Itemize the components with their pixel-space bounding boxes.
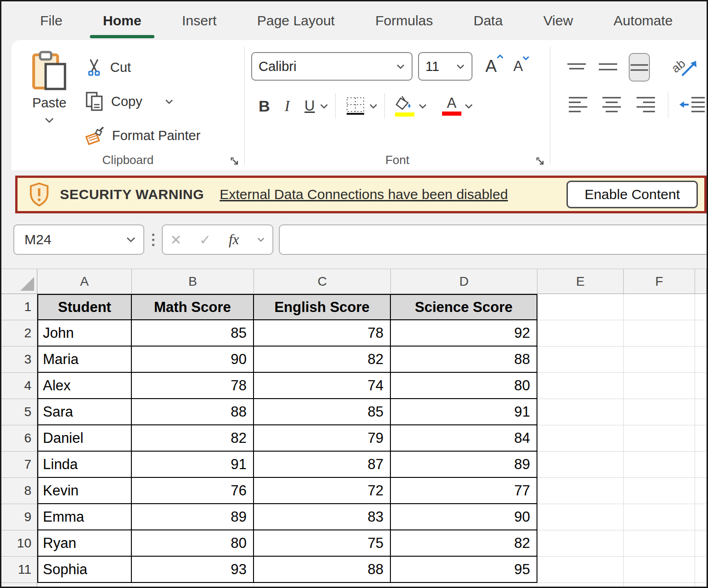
grow-font-button[interactable]: A — [482, 57, 501, 76]
name-box[interactable]: M24 — [13, 224, 144, 255]
cell-empty[interactable] — [624, 347, 695, 373]
borders-dropdown-chevron[interactable] — [369, 103, 378, 109]
cell-science-score[interactable]: 95 — [391, 557, 537, 583]
tab-data[interactable]: Data — [453, 1, 523, 40]
security-warning-message-link[interactable]: External Data Connections have been disa… — [219, 187, 507, 202]
fx-chevron-icon[interactable] — [257, 237, 265, 242]
cell-science-score[interactable]: 92 — [391, 320, 537, 347]
font-color-chevron[interactable] — [464, 103, 473, 109]
shrink-font-button[interactable]: A — [510, 58, 527, 75]
cell-empty[interactable] — [624, 557, 695, 583]
cell-science-score[interactable]: 84 — [391, 425, 537, 452]
align-right-button[interactable] — [634, 91, 658, 119]
cell-english-score[interactable]: 72 — [254, 478, 391, 504]
row-header[interactable]: 8 — [1, 478, 37, 504]
cell-math-score[interactable]: 82 — [132, 425, 254, 452]
bold-button[interactable]: B — [251, 97, 277, 115]
cell-math-score[interactable]: 76 — [132, 478, 254, 504]
cell-science-score[interactable]: 88 — [391, 347, 537, 373]
column-header-f[interactable]: F — [624, 269, 695, 294]
cell-student[interactable]: Linda — [37, 452, 132, 478]
column-header-b[interactable]: B — [132, 269, 254, 294]
cell-student[interactable]: Maria — [37, 347, 132, 373]
cell-empty[interactable] — [624, 478, 695, 504]
cell-science-score[interactable]: 80 — [391, 373, 537, 399]
cell-math-score[interactable]: 78 — [132, 373, 254, 399]
cell-empty[interactable] — [537, 452, 624, 478]
borders-button[interactable] — [342, 95, 369, 117]
cell-student[interactable]: Emma — [37, 504, 132, 530]
cell-empty[interactable] — [695, 320, 707, 347]
cell-math-score[interactable]: 88 — [132, 399, 254, 425]
cell-science-score[interactable]: 91 — [391, 399, 537, 425]
tab-insert[interactable]: Insert — [162, 1, 237, 40]
underline-button[interactable]: U — [297, 98, 319, 114]
cell-empty[interactable] — [537, 347, 624, 373]
cell-empty[interactable] — [537, 583, 624, 587]
cell-empty[interactable] — [132, 583, 254, 587]
cell-student[interactable]: Sophia — [37, 557, 132, 583]
orientation-button[interactable]: ab — [670, 53, 700, 82]
cell-english-score[interactable]: 79 — [254, 425, 391, 452]
cell-empty[interactable] — [254, 583, 391, 587]
row-header[interactable]: 6 — [1, 425, 37, 452]
formula-input[interactable] — [279, 224, 707, 255]
cell-empty[interactable] — [695, 583, 707, 587]
bottom-align-button[interactable] — [629, 53, 650, 82]
cell-math-score[interactable]: 80 — [132, 530, 254, 557]
middle-align-button[interactable] — [597, 53, 619, 82]
cell-empty[interactable] — [695, 294, 707, 320]
cell-english-header[interactable]: English Score — [254, 294, 391, 320]
cell-science-score[interactable]: 89 — [391, 452, 537, 478]
enable-content-button[interactable]: Enable Content — [566, 181, 698, 208]
font-color-button[interactable]: A — [439, 96, 464, 116]
cell-empty[interactable] — [537, 294, 624, 320]
column-header-a[interactable]: A — [37, 269, 132, 294]
cell-empty[interactable] — [537, 399, 624, 425]
fill-color-button[interactable] — [391, 95, 418, 117]
cell-empty[interactable] — [624, 452, 695, 478]
copy-button[interactable]: Copy — [84, 84, 201, 118]
cell-math-score[interactable]: 93 — [132, 557, 254, 583]
cell-math-score[interactable]: 85 — [132, 320, 254, 347]
top-align-button[interactable] — [566, 53, 587, 82]
cell-empty[interactable] — [391, 583, 537, 587]
cell-english-score[interactable]: 87 — [254, 452, 391, 478]
font-size-combo[interactable]: 11 — [418, 52, 472, 81]
cell-science-score[interactable]: 77 — [391, 478, 537, 504]
cell-student[interactable]: Alex — [37, 373, 132, 399]
cell-english-score[interactable]: 74 — [254, 373, 391, 399]
cell-english-score[interactable]: 78 — [254, 320, 391, 347]
cell-empty[interactable] — [624, 320, 695, 347]
italic-button[interactable]: I — [277, 98, 297, 115]
row-header[interactable]: 7 — [1, 452, 37, 478]
cell-student[interactable]: Daniel — [37, 425, 132, 452]
cell-empty[interactable] — [537, 373, 624, 399]
cell-empty[interactable] — [37, 583, 132, 587]
column-header-c[interactable]: C — [254, 269, 391, 294]
cell-empty[interactable] — [624, 583, 695, 587]
align-left-button[interactable] — [566, 91, 590, 119]
cell-empty[interactable] — [624, 294, 695, 320]
select-all-button[interactable] — [1, 269, 37, 294]
cell-empty[interactable] — [695, 452, 707, 478]
cell-student[interactable]: Sara — [37, 399, 132, 425]
cell-empty[interactable] — [695, 347, 707, 373]
cell-empty[interactable] — [537, 478, 624, 504]
cell-empty[interactable] — [537, 557, 624, 583]
cell-empty[interactable] — [537, 504, 624, 530]
cell-math-score[interactable]: 91 — [132, 452, 254, 478]
cell-math-header[interactable]: Math Score — [132, 294, 254, 320]
clipboard-dialog-launcher-icon[interactable] — [230, 156, 240, 166]
cell-empty[interactable] — [624, 373, 695, 399]
tab-file[interactable]: File — [20, 1, 83, 40]
row-header[interactable]: 11 — [1, 557, 37, 583]
cell-empty[interactable] — [537, 530, 624, 557]
row-header[interactable]: 4 — [1, 373, 37, 399]
cell-english-score[interactable]: 75 — [254, 530, 391, 557]
cancel-entry-icon[interactable]: ✕ — [170, 232, 182, 248]
cell-math-score[interactable]: 89 — [132, 504, 254, 530]
cell-empty[interactable] — [624, 504, 695, 530]
cell-empty[interactable] — [695, 425, 707, 452]
center-button[interactable] — [600, 91, 624, 119]
